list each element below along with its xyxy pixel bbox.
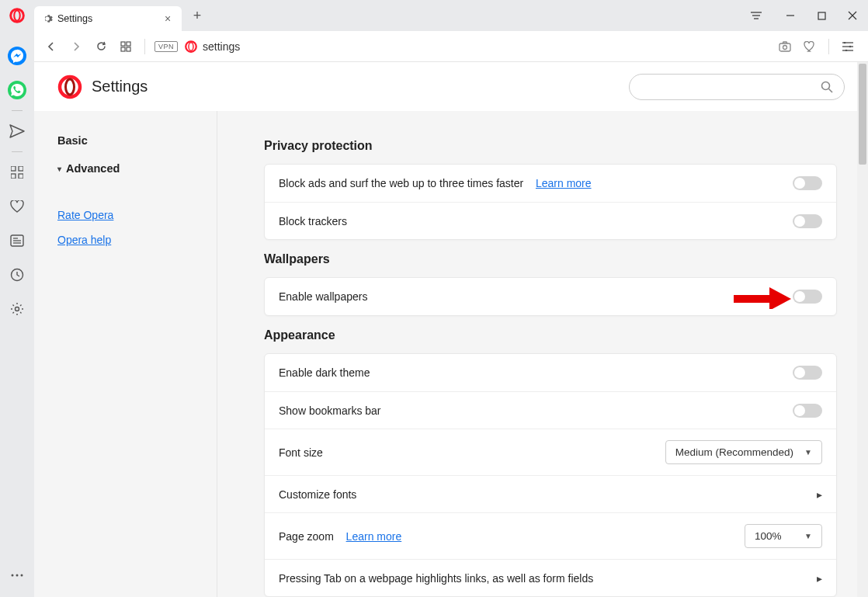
search-icon [821, 81, 833, 93]
new-tab-button[interactable]: + [186, 5, 208, 26]
history-icon[interactable] [6, 264, 28, 286]
minimize-button[interactable] [775, 0, 806, 31]
snapshot-icon[interactable] [774, 36, 796, 57]
browser-tab[interactable]: Settings × [34, 6, 182, 31]
vpn-badge[interactable]: VPN [155, 41, 178, 52]
page-title: Settings [92, 78, 629, 95]
toggle-dark-theme[interactable] [793, 366, 822, 380]
heart-icon[interactable] [799, 36, 821, 57]
toggle-bookmarks-bar[interactable] [793, 404, 822, 418]
close-icon[interactable]: × [161, 12, 174, 25]
messenger-icon[interactable] [6, 45, 28, 67]
nav-rate-opera[interactable]: Rate Opera [45, 203, 206, 227]
chevron-right-icon: ▸ [817, 488, 822, 501]
close-button[interactable] [837, 0, 868, 31]
gear-icon [42, 13, 53, 24]
svg-point-16 [849, 45, 852, 47]
page-header: Settings [34, 62, 868, 111]
svg-point-27 [16, 307, 19, 311]
toggle-wallpapers[interactable] [793, 290, 822, 304]
toolbar: VPN settings [0, 31, 868, 62]
svg-point-15 [844, 42, 846, 43]
svg-point-9 [189, 42, 193, 50]
section-wallpapers-title: Wallpapers [264, 252, 837, 266]
settings-content[interactable]: Privacy protection Block ads and surf th… [217, 111, 868, 597]
learn-more-link[interactable]: Learn more [346, 530, 402, 543]
nav-basic[interactable]: Basic [45, 127, 206, 154]
card-wallpapers: Enable wallpapers [264, 277, 837, 316]
scrollbar-thumb[interactable] [859, 64, 866, 165]
dropdown-page-zoom[interactable]: 100%▼ [745, 524, 822, 548]
opera-logo-icon [57, 75, 82, 99]
section-appearance-title: Appearance [264, 328, 837, 342]
titlebar: Settings × + [0, 0, 868, 31]
search-box[interactable] [629, 74, 845, 100]
card-appearance: Enable dark theme Show bookmarks bar Fon… [264, 353, 837, 597]
svg-point-30 [21, 574, 23, 577]
window-controls [741, 0, 868, 31]
svg-point-17 [845, 49, 848, 50]
main: Settings Basic ▾Advanced Rate Opera Oper… [34, 62, 868, 597]
more-icon[interactable] [6, 564, 28, 586]
forward-button[interactable] [65, 36, 87, 57]
back-button[interactable] [40, 36, 62, 57]
svg-line-34 [829, 89, 833, 92]
row-enable-wallpapers: Enable wallpapers [265, 278, 836, 315]
nav-opera-help[interactable]: Opera help [45, 227, 206, 252]
separator [12, 110, 23, 111]
svg-rect-19 [19, 166, 23, 171]
toggle-block-ads[interactable] [793, 176, 822, 190]
address-bar[interactable]: settings [203, 40, 773, 53]
opera-icon [184, 40, 198, 54]
chevron-down-icon: ▾ [57, 165, 61, 173]
svg-rect-10 [779, 43, 790, 51]
svg-point-1 [14, 10, 20, 20]
svg-rect-4 [121, 42, 125, 46]
sidebar-rail [0, 31, 34, 597]
svg-rect-3 [818, 12, 825, 19]
search-input[interactable] [641, 81, 821, 92]
separator [144, 39, 145, 54]
row-font-size: Font size Medium (Recommended)▼ [265, 429, 836, 475]
svg-point-33 [822, 82, 830, 89]
scrollbar[interactable] [857, 62, 868, 597]
menu-icon[interactable] [837, 36, 859, 57]
card-privacy: Block ads and surf the web up to three t… [264, 164, 837, 240]
section-privacy-title: Privacy protection [264, 139, 837, 153]
whatsapp-icon[interactable] [6, 79, 28, 101]
svg-point-11 [783, 45, 787, 49]
settings-nav: Basic ▾Advanced Rate Opera Opera help [34, 111, 217, 597]
heart-outline-icon[interactable] [6, 196, 28, 217]
row-page-zoom: Page zoom Learn more 100%▼ [265, 512, 836, 559]
svg-point-32 [66, 79, 75, 95]
dropdown-font-size[interactable]: Medium (Recommended)▼ [665, 440, 822, 464]
news-icon[interactable] [6, 230, 28, 252]
separator [12, 151, 23, 152]
nav-advanced[interactable]: ▾Advanced [45, 154, 206, 182]
settings-gear-icon[interactable] [6, 298, 28, 320]
row-bookmarks-bar: Show bookmarks bar [265, 391, 836, 429]
svg-rect-18 [11, 166, 16, 171]
speed-dial-button[interactable] [115, 36, 137, 57]
opera-logo-icon[interactable] [9, 8, 25, 23]
svg-rect-5 [127, 42, 130, 46]
titlebar-left: Settings × + [0, 0, 208, 31]
toggle-block-trackers[interactable] [793, 214, 822, 228]
svg-rect-20 [11, 174, 16, 179]
learn-more-link[interactable]: Learn more [536, 177, 592, 189]
separator [828, 39, 829, 54]
row-customize-fonts[interactable]: Customize fonts ▸ [265, 475, 836, 512]
svg-rect-21 [19, 174, 23, 179]
send-icon[interactable] [6, 120, 28, 142]
row-tab-highlight[interactable]: Pressing Tab on a webpage highlights lin… [265, 559, 836, 596]
maximize-button[interactable] [806, 0, 837, 31]
chevron-down-icon: ▼ [793, 448, 812, 456]
svg-rect-7 [127, 47, 130, 51]
svg-rect-6 [121, 47, 125, 51]
content-row: Basic ▾Advanced Rate Opera Opera help Pr… [34, 111, 868, 597]
speed-dial-icon[interactable] [6, 161, 28, 183]
chevron-right-icon: ▸ [817, 572, 822, 585]
easy-setup-icon[interactable] [741, 0, 772, 31]
reload-button[interactable] [90, 36, 112, 57]
tab-title: Settings [57, 13, 161, 24]
